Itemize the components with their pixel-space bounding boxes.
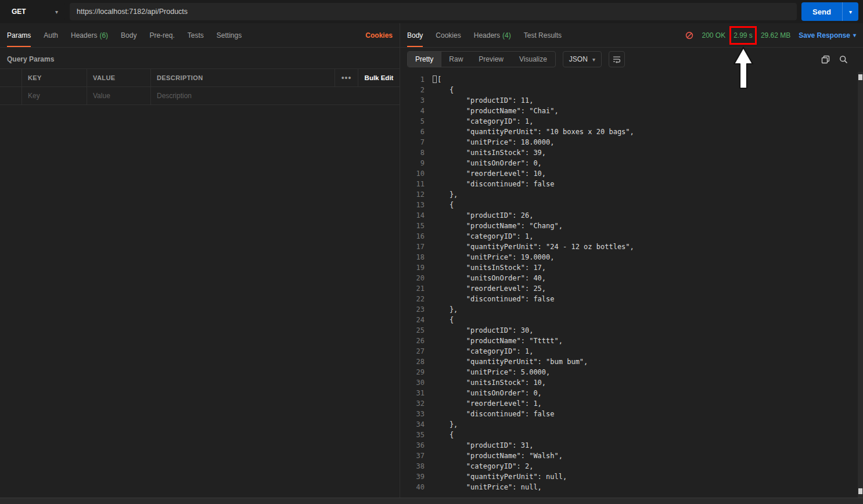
line-content: "unitsOnOrder": 40,	[433, 273, 546, 283]
save-response-label: Save Response	[799, 31, 850, 39]
tab-params[interactable]: Params	[7, 23, 31, 47]
line-content: "unitPrice": 18.0000,	[433, 137, 555, 147]
line-number: 23	[400, 304, 433, 315]
tab-cookies[interactable]: Cookies	[436, 23, 461, 47]
line-content: "discontinued": false	[433, 179, 555, 189]
query-params-empty-row	[0, 87, 400, 105]
line-content: {	[433, 200, 454, 210]
tab-count-badge: (4)	[502, 31, 511, 39]
text-cursor	[433, 75, 437, 83]
vertical-scrollbar[interactable]	[858, 72, 863, 498]
line-content: },	[433, 189, 458, 200]
line-content: "quantityPerUnit": "bum bum",	[433, 357, 588, 367]
wrap-text-button[interactable]	[609, 51, 625, 67]
scrollbar-thumb[interactable]	[858, 74, 862, 80]
line-number: 34	[400, 419, 433, 430]
format-select[interactable]: JSON ▾	[563, 51, 602, 67]
code-line: 10 "reorderLevel": 10,	[400, 168, 863, 179]
request-bar: GET ▾ Send ▾	[0, 0, 863, 23]
code-line: 6 "quantityPerUnit": "10 boxes x 20 bags…	[400, 127, 863, 137]
view-raw[interactable]: Raw	[441, 52, 471, 67]
code-line: 7 "unitPrice": 18.0000,	[400, 137, 863, 147]
line-number: 7	[400, 137, 433, 147]
tab-label: Body	[407, 31, 423, 39]
save-response-button[interactable]: Save Response ▾	[799, 31, 856, 39]
view-visualize[interactable]: Visualize	[512, 52, 555, 67]
code-line: 15 "productName": "Chang",	[400, 221, 863, 231]
response-body-viewer: 1[2 {3 "productID": 11,4 "productName": …	[400, 71, 863, 498]
description-input[interactable]	[157, 92, 394, 100]
tab-label: Cookies	[436, 31, 461, 39]
line-content: },	[433, 304, 458, 315]
line-number: 35	[400, 430, 433, 440]
line-number: 18	[400, 252, 433, 262]
tab-auth[interactable]: Auth	[44, 23, 58, 47]
tab-body[interactable]: Body	[121, 23, 136, 47]
line-content: "productID": 26,	[433, 210, 533, 221]
copy-response-button[interactable]	[821, 55, 830, 64]
code-line: 14 "productID": 26,	[400, 210, 863, 221]
request-tab-row: ParamsAuthHeaders(6)BodyPre-req.TestsSet…	[0, 23, 400, 48]
line-content: "discontinued": false	[433, 409, 555, 419]
code-line: 31 "unitsOnOrder": 0,	[400, 388, 863, 398]
line-number: 16	[400, 231, 433, 242]
method-label: GET	[12, 8, 26, 16]
value-cell	[87, 87, 151, 105]
send-options-button[interactable]: ▾	[842, 2, 858, 21]
code-line: 19 "unitsInStock": 17,	[400, 262, 863, 273]
line-number: 40	[400, 482, 433, 492]
code-line: 37 "productName": "Walsh",	[400, 451, 863, 461]
line-number: 33	[400, 409, 433, 419]
code-line: 29 "unitPrice": 5.0000,	[400, 367, 863, 377]
line-content: {	[433, 85, 454, 95]
tab-label: Pre-req.	[149, 31, 174, 39]
code-line: 8 "unitsInStock": 39,	[400, 147, 863, 158]
value-input[interactable]	[93, 92, 145, 100]
tab-label: Settings	[217, 31, 242, 39]
code-line: 40 "unitPrice": null,	[400, 482, 863, 492]
line-number: 11	[400, 179, 433, 189]
tab-headers[interactable]: Headers(4)	[474, 23, 511, 47]
tab-test-results[interactable]: Test Results	[524, 23, 562, 47]
method-select[interactable]: GET ▾	[5, 3, 65, 20]
view-pretty[interactable]: Pretty	[408, 52, 441, 67]
line-content: "categoryID": 1,	[433, 346, 533, 357]
line-number: 25	[400, 325, 433, 336]
code-line: 34 },	[400, 419, 863, 430]
response-size: 29.62 MB	[761, 31, 790, 39]
url-input[interactable]	[70, 3, 797, 20]
tab-settings[interactable]: Settings	[217, 23, 242, 47]
tab-body[interactable]: Body	[407, 23, 423, 47]
key-input[interactable]	[28, 92, 81, 100]
tab-headers[interactable]: Headers(6)	[71, 23, 108, 47]
view-preview[interactable]: Preview	[471, 52, 512, 67]
request-pane: ParamsAuthHeaders(6)BodyPre-req.TestsSet…	[0, 23, 400, 498]
params-more-actions[interactable]: •••	[335, 69, 358, 87]
search-response-button[interactable]	[839, 55, 848, 64]
send-button[interactable]: Send	[801, 2, 842, 21]
tab-label: Headers	[71, 31, 97, 39]
tab-label: Tests	[188, 31, 204, 39]
code-line: 25 "productID": 30,	[400, 325, 863, 336]
line-number: 26	[400, 336, 433, 346]
response-meta: 200 OK 2.99 s 29.62 MB Save Response ▾	[685, 31, 856, 39]
cookies-link[interactable]: Cookies	[365, 31, 393, 39]
code-line: 24 {	[400, 315, 863, 325]
line-number: 4	[400, 106, 433, 116]
line-content: "quantityPerUnit": null,	[433, 471, 567, 482]
tab-pre-req[interactable]: Pre-req.	[149, 23, 174, 47]
line-number: 21	[400, 283, 433, 294]
line-number: 9	[400, 158, 433, 168]
line-number: 5	[400, 116, 433, 127]
bulk-edit-button[interactable]: Bulk Edit	[365, 74, 394, 81]
line-number: 12	[400, 189, 433, 200]
line-number: 13	[400, 200, 433, 210]
line-content: "productID": 31,	[433, 440, 533, 451]
code-line: 38 "categoryID": 2,	[400, 461, 863, 471]
column-header-description: DESCRIPTION	[151, 69, 335, 87]
row-select-cell	[0, 69, 22, 87]
ssl-warning-icon	[685, 31, 693, 39]
line-number: 19	[400, 262, 433, 273]
tab-tests[interactable]: Tests	[188, 23, 204, 47]
line-content: "productID": 11,	[433, 95, 533, 106]
